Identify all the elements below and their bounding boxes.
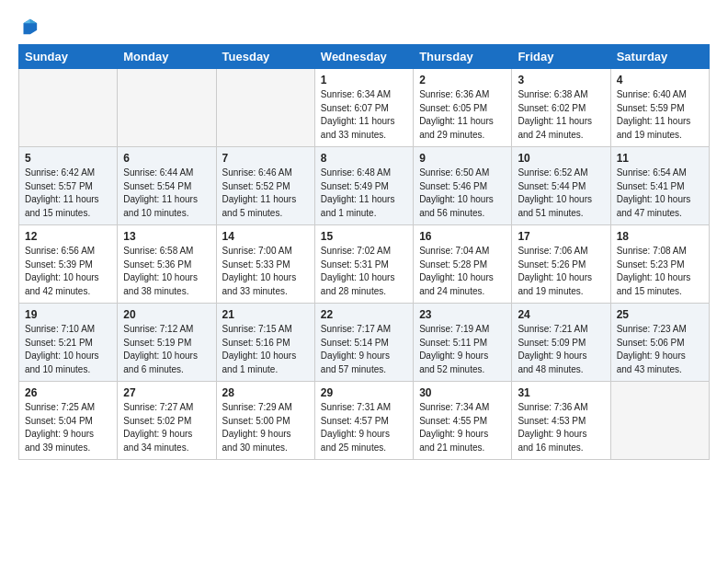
- day-number: 27: [123, 386, 210, 399]
- day-info: Sunrise: 6:56 AM Sunset: 5:39 PM Dayligh…: [25, 245, 111, 298]
- calendar-cell: 13Sunrise: 6:58 AM Sunset: 5:36 PM Dayli…: [118, 225, 216, 304]
- day-info: Sunrise: 6:34 AM Sunset: 6:07 PM Dayligh…: [321, 88, 407, 142]
- day-info: Sunrise: 6:38 AM Sunset: 6:02 PM Dayligh…: [518, 88, 604, 142]
- day-info: Sunrise: 6:48 AM Sunset: 5:49 PM Dayligh…: [321, 167, 407, 220]
- calendar-cell: 27Sunrise: 7:27 AM Sunset: 5:02 PM Dayli…: [118, 382, 216, 460]
- calendar-cell: 8Sunrise: 6:48 AM Sunset: 5:49 PM Daylig…: [314, 147, 413, 225]
- calendar-cell: 5Sunrise: 6:42 AM Sunset: 5:57 PM Daylig…: [19, 147, 118, 225]
- calendar-cell: 24Sunrise: 7:21 AM Sunset: 5:09 PM Dayli…: [512, 304, 610, 382]
- day-info: Sunrise: 7:02 AM Sunset: 5:31 PM Dayligh…: [321, 245, 407, 298]
- calendar-cell: 1Sunrise: 6:34 AM Sunset: 6:07 PM Daylig…: [314, 69, 413, 147]
- weekday-header-friday: Friday: [512, 45, 610, 69]
- calendar-cell: 14Sunrise: 7:00 AM Sunset: 5:33 PM Dayli…: [216, 225, 314, 304]
- day-info: Sunrise: 7:08 AM Sunset: 5:23 PM Dayligh…: [617, 245, 703, 298]
- calendar: SundayMondayTuesdayWednesdayThursdayFrid…: [18, 44, 710, 460]
- day-number: 30: [419, 386, 506, 399]
- day-number: 29: [321, 386, 407, 399]
- day-info: Sunrise: 7:25 AM Sunset: 5:04 PM Dayligh…: [25, 401, 111, 454]
- day-info: Sunrise: 7:12 AM Sunset: 5:19 PM Dayligh…: [123, 323, 210, 376]
- calendar-cell: 21Sunrise: 7:15 AM Sunset: 5:16 PM Dayli…: [216, 304, 314, 382]
- day-number: 22: [321, 308, 407, 321]
- weekday-header-thursday: Thursday: [414, 45, 512, 69]
- calendar-week-row: 19Sunrise: 7:10 AM Sunset: 5:21 PM Dayli…: [19, 304, 710, 382]
- svg-marker-1: [30, 19, 37, 24]
- day-number: 14: [222, 230, 309, 243]
- calendar-cell: 17Sunrise: 7:06 AM Sunset: 5:26 PM Dayli…: [512, 225, 610, 304]
- calendar-cell: 19Sunrise: 7:10 AM Sunset: 5:21 PM Dayli…: [19, 304, 118, 382]
- day-info: Sunrise: 7:15 AM Sunset: 5:16 PM Dayligh…: [222, 323, 309, 376]
- day-info: Sunrise: 6:54 AM Sunset: 5:41 PM Dayligh…: [617, 167, 703, 220]
- calendar-cell: 15Sunrise: 7:02 AM Sunset: 5:31 PM Dayli…: [314, 225, 413, 304]
- day-info: Sunrise: 7:10 AM Sunset: 5:21 PM Dayligh…: [25, 323, 111, 376]
- day-info: Sunrise: 6:52 AM Sunset: 5:44 PM Dayligh…: [518, 167, 604, 220]
- calendar-cell: 30Sunrise: 7:34 AM Sunset: 4:55 PM Dayli…: [414, 382, 512, 460]
- calendar-cell: 20Sunrise: 7:12 AM Sunset: 5:19 PM Dayli…: [118, 304, 216, 382]
- day-number: 9: [419, 152, 506, 165]
- svg-marker-2: [24, 19, 30, 24]
- logo-icon: [18, 17, 39, 37]
- day-number: 11: [617, 152, 703, 165]
- day-info: Sunrise: 7:31 AM Sunset: 4:57 PM Dayligh…: [321, 401, 407, 454]
- day-info: Sunrise: 6:46 AM Sunset: 5:52 PM Dayligh…: [222, 167, 309, 220]
- day-number: 24: [518, 308, 604, 321]
- day-number: 28: [222, 386, 309, 399]
- day-number: 6: [123, 152, 210, 165]
- day-info: Sunrise: 7:04 AM Sunset: 5:28 PM Dayligh…: [419, 245, 506, 298]
- day-number: 20: [123, 308, 210, 321]
- day-info: Sunrise: 7:17 AM Sunset: 5:14 PM Dayligh…: [321, 323, 407, 376]
- calendar-cell: 31Sunrise: 7:36 AM Sunset: 4:53 PM Dayli…: [512, 382, 610, 460]
- day-number: 19: [25, 308, 111, 321]
- weekday-header-row: SundayMondayTuesdayWednesdayThursdayFrid…: [19, 45, 710, 69]
- day-number: 26: [25, 386, 111, 399]
- day-number: 8: [321, 152, 407, 165]
- day-info: Sunrise: 7:34 AM Sunset: 4:55 PM Dayligh…: [419, 401, 506, 454]
- day-number: 31: [518, 386, 604, 399]
- header: [18, 17, 710, 37]
- weekday-header-monday: Monday: [118, 45, 216, 69]
- day-number: 1: [321, 74, 407, 86]
- calendar-cell: 10Sunrise: 6:52 AM Sunset: 5:44 PM Dayli…: [512, 147, 610, 225]
- calendar-cell: 12Sunrise: 6:56 AM Sunset: 5:39 PM Dayli…: [19, 225, 118, 304]
- day-info: Sunrise: 6:58 AM Sunset: 5:36 PM Dayligh…: [123, 245, 210, 298]
- page: SundayMondayTuesdayWednesdayThursdayFrid…: [0, 0, 728, 563]
- calendar-week-row: 5Sunrise: 6:42 AM Sunset: 5:57 PM Daylig…: [19, 147, 710, 225]
- calendar-cell: 22Sunrise: 7:17 AM Sunset: 5:14 PM Dayli…: [314, 304, 413, 382]
- day-info: Sunrise: 7:36 AM Sunset: 4:53 PM Dayligh…: [518, 401, 604, 454]
- calendar-cell: [610, 382, 709, 460]
- calendar-cell: 18Sunrise: 7:08 AM Sunset: 5:23 PM Dayli…: [610, 225, 709, 304]
- day-info: Sunrise: 7:29 AM Sunset: 5:00 PM Dayligh…: [222, 401, 309, 454]
- weekday-header-saturday: Saturday: [610, 45, 709, 69]
- calendar-week-row: 1Sunrise: 6:34 AM Sunset: 6:07 PM Daylig…: [19, 69, 710, 147]
- day-number: 25: [617, 308, 703, 321]
- logo: [18, 17, 42, 37]
- day-info: Sunrise: 6:42 AM Sunset: 5:57 PM Dayligh…: [25, 167, 111, 220]
- weekday-header-sunday: Sunday: [19, 45, 118, 69]
- day-info: Sunrise: 6:36 AM Sunset: 6:05 PM Dayligh…: [419, 88, 506, 142]
- calendar-cell: [216, 69, 314, 147]
- day-number: 5: [25, 152, 111, 165]
- day-number: 16: [419, 230, 506, 243]
- day-info: Sunrise: 6:50 AM Sunset: 5:46 PM Dayligh…: [419, 167, 506, 220]
- day-number: 4: [617, 74, 703, 86]
- calendar-cell: 4Sunrise: 6:40 AM Sunset: 5:59 PM Daylig…: [610, 69, 709, 147]
- day-info: Sunrise: 7:27 AM Sunset: 5:02 PM Dayligh…: [123, 401, 210, 454]
- day-number: 17: [518, 230, 604, 243]
- day-number: 15: [321, 230, 407, 243]
- calendar-cell: 28Sunrise: 7:29 AM Sunset: 5:00 PM Dayli…: [216, 382, 314, 460]
- calendar-cell: 6Sunrise: 6:44 AM Sunset: 5:54 PM Daylig…: [118, 147, 216, 225]
- calendar-cell: 9Sunrise: 6:50 AM Sunset: 5:46 PM Daylig…: [414, 147, 512, 225]
- day-info: Sunrise: 7:21 AM Sunset: 5:09 PM Dayligh…: [518, 323, 604, 376]
- calendar-cell: [19, 69, 118, 147]
- weekday-header-tuesday: Tuesday: [216, 45, 314, 69]
- calendar-cell: 29Sunrise: 7:31 AM Sunset: 4:57 PM Dayli…: [314, 382, 413, 460]
- day-number: 12: [25, 230, 111, 243]
- calendar-cell: 2Sunrise: 6:36 AM Sunset: 6:05 PM Daylig…: [414, 69, 512, 147]
- weekday-header-wednesday: Wednesday: [314, 45, 413, 69]
- calendar-cell: 16Sunrise: 7:04 AM Sunset: 5:28 PM Dayli…: [414, 225, 512, 304]
- day-number: 3: [518, 74, 604, 86]
- day-number: 23: [419, 308, 506, 321]
- day-number: 7: [222, 152, 309, 165]
- calendar-cell: 25Sunrise: 7:23 AM Sunset: 5:06 PM Dayli…: [610, 304, 709, 382]
- day-number: 18: [617, 230, 703, 243]
- day-number: 21: [222, 308, 309, 321]
